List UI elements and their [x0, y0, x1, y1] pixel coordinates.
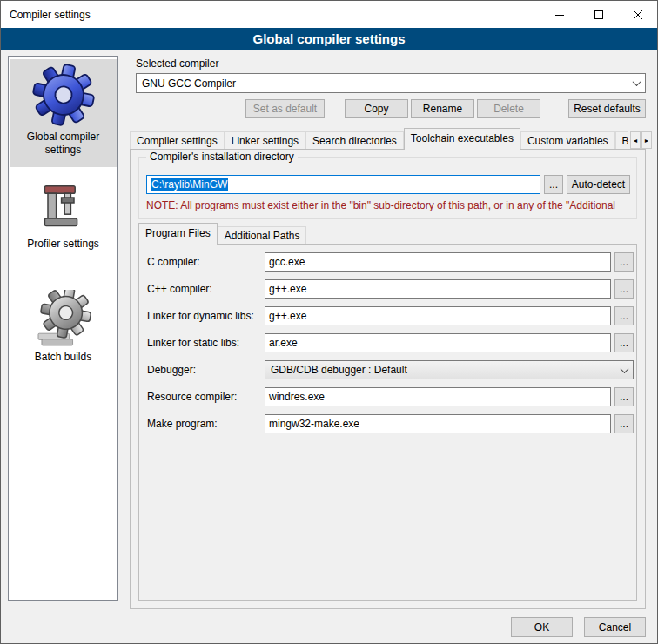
installation-directory-value: C:\raylib\MinGW [151, 178, 228, 191]
delete-button[interactable]: Delete [477, 99, 540, 118]
tab-custom-variables[interactable]: Custom variables [520, 131, 615, 149]
close-icon [634, 10, 642, 19]
sidebar-item-label: Global compiler settings [10, 131, 117, 157]
resource-compiler-label: Resource compiler: [147, 387, 237, 406]
scroll-right-icon: ► [644, 138, 650, 144]
compiler-select[interactable]: GNU GCC Compiler [136, 73, 646, 93]
titlebar[interactable]: Compiler settings [1, 1, 657, 28]
tab-scroll-right-button[interactable]: ► [641, 131, 652, 149]
installation-directory-browse-button[interactable]: ... [544, 175, 563, 194]
resource-compiler-value: windres.exe [269, 391, 325, 403]
resource-compiler-browse-button[interactable]: ... [614, 387, 634, 406]
tab-compiler-settings[interactable]: Compiler settings [130, 131, 225, 149]
debugger-label: Debugger: [147, 360, 196, 379]
auto-detect-button[interactable]: Auto-detect [567, 175, 630, 194]
make-program-browse-button[interactable]: ... [614, 414, 634, 433]
sidebar-item-global-compiler-settings[interactable]: Global compiler settings [10, 59, 117, 167]
compiler-settings-dialog: Compiler settings Global compiler settin… [0, 0, 658, 644]
debugger-select[interactable]: GDB/CDB debugger : Default [265, 360, 634, 379]
installation-directory-input[interactable]: C:\raylib\MinGW [146, 175, 540, 194]
cpp-compiler-browse-button[interactable]: ... [614, 279, 634, 299]
linker-static-label: Linker for static libs: [147, 333, 239, 352]
c-compiler-input[interactable]: gcc.exe [265, 252, 611, 272]
reset-defaults-button[interactable]: Reset defaults [568, 99, 646, 118]
tab-build-truncated[interactable]: Builc [615, 131, 628, 149]
tab-toolchain-executables[interactable]: Toolchain executables [404, 128, 520, 150]
chevron-down-icon [615, 361, 633, 379]
dialog-header-text: Global compiler settings [252, 31, 405, 46]
tab-additional-paths[interactable]: Additional Paths [218, 226, 307, 244]
linker-static-input[interactable]: ar.exe [265, 333, 611, 352]
c-compiler-browse-button[interactable]: ... [614, 252, 634, 272]
sidebar-item-label: Batch builds [10, 351, 117, 364]
minimize-button[interactable] [540, 1, 579, 28]
resource-compiler-input[interactable]: windres.exe [265, 387, 611, 406]
cpp-compiler-label: C++ compiler: [147, 279, 212, 299]
sidebar-item-profiler-settings[interactable]: Profiler settings [10, 178, 117, 258]
compiler-select-value: GNU GCC Compiler [142, 77, 236, 90]
sidebar-item-label: Profiler settings [10, 238, 117, 251]
sidebar: Global compiler settings Profiler settin… [8, 56, 118, 601]
tab-program-files[interactable]: Program Files [138, 223, 218, 245]
tab-bar: Compiler settings Linker settings Search… [130, 128, 628, 150]
cancel-button[interactable]: Cancel [584, 617, 646, 637]
cpp-compiler-input[interactable]: g++.exe [265, 279, 611, 299]
tab-linker-settings[interactable]: Linker settings [225, 131, 306, 149]
tab-scroll-left-button[interactable]: ◄ [630, 131, 641, 149]
linker-dynamic-label: Linker for dynamic libs: [147, 306, 254, 325]
selected-compiler-label: Selected compiler [136, 57, 218, 70]
scroll-left-icon: ◄ [633, 138, 639, 144]
linker-dynamic-input[interactable]: g++.exe [265, 306, 611, 325]
ok-button[interactable]: OK [511, 617, 573, 637]
window-title: Compiler settings [10, 9, 91, 21]
chevron-down-icon [628, 74, 645, 92]
rename-button[interactable]: Rename [411, 99, 474, 118]
sub-tab-bar: Program Files Additional Paths [138, 223, 306, 245]
blue-gear-icon [10, 63, 117, 127]
window-controls [540, 1, 657, 28]
linker-dynamic-browse-button[interactable]: ... [614, 306, 634, 325]
maximize-icon [594, 10, 603, 19]
profiler-clamp-icon [10, 182, 117, 234]
installation-directory-group: Compiler's installation directory C:\ray… [138, 157, 637, 219]
make-program-input[interactable]: mingw32-make.exe [265, 414, 611, 433]
make-program-value: mingw32-make.exe [269, 418, 359, 430]
tab-search-directories[interactable]: Search directories [306, 131, 404, 149]
debugger-value: GDB/CDB debugger : Default [271, 364, 407, 376]
c-compiler-label: C compiler: [147, 252, 200, 272]
installation-note: NOTE: All programs must exist either in … [146, 199, 632, 211]
sidebar-item-batch-builds[interactable]: Batch builds [10, 286, 117, 366]
linker-dynamic-value: g++.exe [269, 310, 306, 322]
linker-static-browse-button[interactable]: ... [614, 333, 634, 352]
make-program-label: Make program: [147, 414, 218, 433]
installation-directory-group-title: Compiler's installation directory [146, 151, 298, 163]
copy-button[interactable]: Copy [345, 99, 408, 118]
c-compiler-value: gcc.exe [269, 256, 305, 268]
set-as-default-button[interactable]: Set as default [245, 99, 325, 118]
gray-gear-stack-icon [10, 290, 117, 347]
dialog-header: Global compiler settings [1, 28, 657, 50]
minimize-icon [555, 10, 564, 19]
close-button[interactable] [618, 1, 657, 28]
linker-static-value: ar.exe [269, 337, 298, 349]
cpp-compiler-value: g++.exe [269, 283, 306, 295]
maximize-button[interactable] [579, 1, 618, 28]
